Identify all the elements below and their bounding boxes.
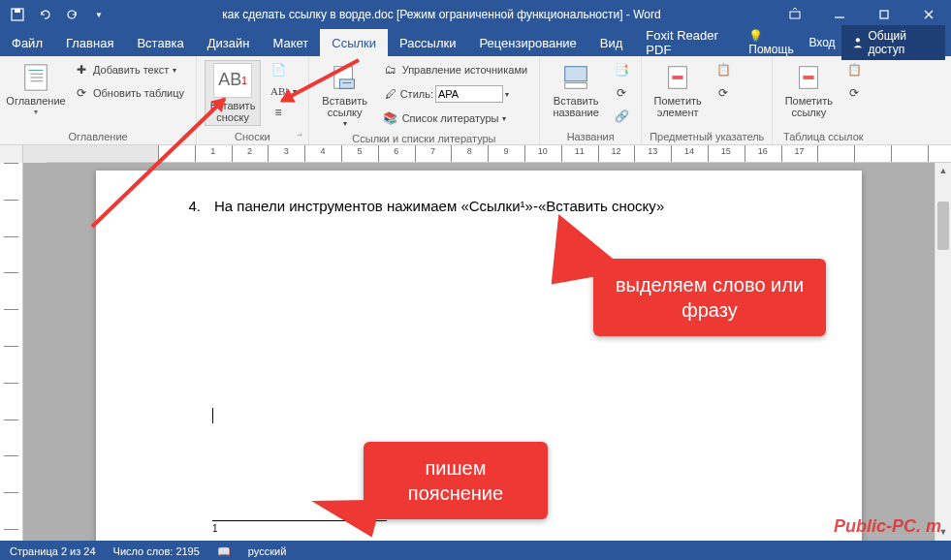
endnote-icon: 📄: [270, 62, 286, 78]
status-words[interactable]: Число слов: 2195: [113, 545, 200, 557]
callout-write-explanation: пишем пояснение: [364, 442, 548, 519]
mark-entry-icon: [662, 62, 693, 93]
text-cursor: [212, 408, 775, 423]
svg-rect-1: [15, 9, 20, 13]
cross-ref-icon: 🔗: [614, 109, 629, 124]
group-label-index: Предметный указатель: [650, 129, 764, 142]
insert-footnote-button[interactable]: AB1 Вставить сноску: [205, 60, 261, 126]
watermark: Public-PC. m: [834, 516, 941, 537]
svg-rect-22: [804, 76, 814, 79]
update-toa-icon: ⟳: [846, 85, 862, 101]
callout-highlight-word: выделяем слово или фразу: [593, 259, 826, 336]
group-label-toc: Оглавление: [8, 129, 188, 142]
scroll-thumb[interactable]: [937, 202, 949, 250]
toc-button[interactable]: Оглавление ▾: [8, 60, 64, 119]
status-page[interactable]: Страница 2 из 24: [10, 545, 96, 557]
insert-tof-button[interactable]: 📑: [610, 60, 633, 79]
group-label-captions: Названия: [548, 129, 633, 142]
undo-icon[interactable]: [33, 3, 56, 26]
scroll-up-icon[interactable]: ▲: [935, 163, 951, 179]
cross-ref-button[interactable]: 🔗: [610, 107, 633, 126]
group-label-footnotes: Сноски: [205, 129, 301, 142]
tab-layout[interactable]: Макет: [261, 29, 320, 56]
update-index-button[interactable]: ⟳: [712, 83, 735, 103]
mark-entry-button[interactable]: Пометить элемент: [650, 60, 706, 120]
add-text-button[interactable]: ✚ Добавить текст ▾: [70, 60, 188, 79]
mark-citation-button[interactable]: Пометить ссылку: [780, 60, 837, 120]
style-input[interactable]: [435, 85, 503, 103]
tab-review[interactable]: Рецензирование: [467, 29, 587, 56]
bibliography-icon: 📚: [383, 110, 398, 126]
svg-rect-5: [880, 11, 888, 18]
group-label-citations: Ссылки и списки литературы: [317, 131, 531, 144]
group-captions: Вставить название 📑 ⟳ 🔗 Названия: [540, 56, 642, 144]
tab-references[interactable]: Ссылки: [320, 29, 388, 56]
tab-foxit[interactable]: Foxit Reader PDF: [634, 29, 748, 56]
update-table-button[interactable]: ⟳ Обновить таблицу: [70, 83, 188, 103]
caption-icon: [560, 62, 591, 93]
insert-citation-button[interactable]: Вставить ссылку▾: [317, 60, 373, 131]
ribbon-tabs: Файл Главная Вставка Дизайн Макет Ссылки…: [0, 29, 951, 56]
mark-citation-icon: [793, 62, 824, 93]
status-language[interactable]: русский: [248, 545, 286, 557]
toc-icon: [20, 62, 51, 93]
ribbon-options-icon[interactable]: [773, 0, 817, 29]
svg-point-8: [855, 38, 859, 42]
svg-rect-17: [565, 67, 587, 81]
quick-access-toolbar: ▼: [0, 3, 111, 26]
bibliography-button[interactable]: 📚 Список литературы ▾: [379, 109, 531, 128]
insert-caption-button[interactable]: Вставить название: [548, 60, 604, 120]
insert-index-button[interactable]: 📋: [712, 60, 735, 79]
redo-icon[interactable]: [60, 3, 83, 26]
svg-rect-3: [790, 12, 800, 18]
insert-toa-icon: 📋: [846, 62, 862, 78]
qat-dropdown-icon[interactable]: ▼: [87, 3, 111, 26]
svg-rect-18: [565, 83, 587, 89]
insert-index-icon: 📋: [715, 62, 731, 78]
citation-style-selector[interactable]: 🖊 Стиль: ▾: [379, 83, 531, 105]
add-text-icon: ✚: [74, 62, 89, 78]
help-link[interactable]: 💡 Помощь: [748, 29, 803, 56]
footnote-number: 1: [212, 523, 775, 534]
title-bar: ▼ как сделать ссылку в ворде.doc [Режим …: [0, 0, 951, 29]
tab-mailings[interactable]: Рассылки: [388, 29, 467, 56]
signin-link[interactable]: Вход: [808, 36, 835, 49]
status-proofing-icon[interactable]: 📖: [217, 545, 231, 558]
vertical-ruler[interactable]: [0, 163, 23, 541]
tof-icon: 📑: [614, 62, 629, 78]
update-index-icon: ⟳: [715, 85, 731, 101]
horizontal-ruler[interactable]: 1234567891011121314151617: [47, 145, 951, 163]
group-toa: Пометить ссылку 📋 ⟳ Таблица ссылок: [773, 56, 873, 144]
insert-toa-button[interactable]: 📋: [842, 60, 866, 79]
share-button[interactable]: Общий доступ: [841, 25, 945, 60]
insert-endnote-button[interactable]: 📄: [267, 60, 301, 79]
manage-sources-button[interactable]: 🗂 Управление источниками: [379, 60, 531, 79]
svg-rect-15: [339, 79, 354, 88]
save-icon[interactable]: [6, 3, 29, 26]
vertical-scrollbar[interactable]: ▲ ▼: [935, 163, 951, 541]
group-label-toa: Таблица ссылок: [780, 129, 866, 142]
group-index: Пометить элемент 📋 ⟳ Предметный указател…: [642, 56, 773, 144]
tab-home[interactable]: Главная: [54, 29, 125, 56]
svg-rect-20: [673, 76, 683, 79]
tab-design[interactable]: Дизайн: [196, 29, 262, 56]
document-text-line: 4. На панели инструментов нажимаем «Ссыл…: [183, 198, 775, 214]
update-tof-button[interactable]: ⟳: [610, 83, 633, 103]
ribbon: Оглавление ▾ ✚ Добавить текст ▾ ⟳ Обнови…: [0, 56, 951, 145]
status-bar: Страница 2 из 24 Число слов: 2195 📖 русс…: [0, 541, 951, 560]
tab-file[interactable]: Файл: [0, 29, 54, 56]
list-number: 4.: [183, 198, 201, 214]
refresh-icon: ⟳: [74, 85, 89, 101]
tab-insert[interactable]: Вставка: [125, 29, 195, 56]
manage-sources-icon: 🗂: [383, 62, 398, 78]
update-toa-button[interactable]: ⟳: [842, 83, 866, 103]
style-icon: 🖊: [383, 86, 398, 102]
window-title: как сделать ссылку в ворде.doc [Режим ог…: [111, 8, 773, 21]
update-tof-icon: ⟳: [614, 85, 629, 101]
group-toc: Оглавление ▾ ✚ Добавить текст ▾ ⟳ Обнови…: [0, 56, 197, 144]
tab-view[interactable]: Вид: [588, 29, 635, 56]
